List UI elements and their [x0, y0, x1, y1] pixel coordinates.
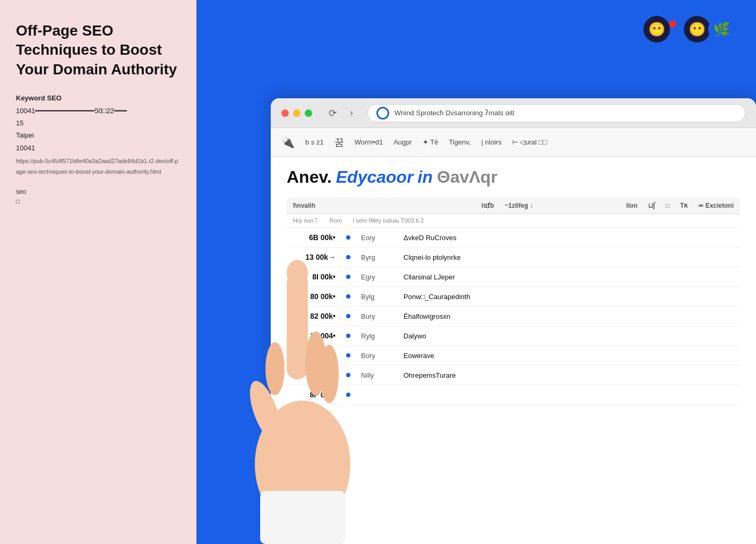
- row-num-3: 80 00k•: [293, 292, 336, 301]
- browser-window: ⟳ › Wnind Sprotecħ Ωvsarroning ʔmats αit…: [271, 98, 756, 544]
- row-value-7: OhrepemsTurare: [403, 371, 734, 379]
- maximize-button[interactable]: [305, 109, 312, 117]
- browser-nav: ⟳ ›: [325, 106, 359, 121]
- heading-part4: ΘavΛqr: [437, 167, 497, 187]
- col-header-7[interactable]: ≃ Excietoni: [698, 202, 734, 209]
- toolbar-item-2[interactable]: 꿈: [334, 136, 344, 149]
- sidebar: Off-Page SEO Techniques to Boost Your Do…: [0, 0, 196, 544]
- col-header-0[interactable]: ħnvalih: [293, 202, 441, 209]
- back-button[interactable]: ⟳: [325, 106, 340, 121]
- row-num-2: 8I 00k•: [293, 273, 336, 281]
- row-dot-6: [346, 353, 350, 358]
- col-header-6[interactable]: Tʀ: [680, 202, 688, 209]
- row-dot-7: [346, 373, 350, 377]
- table-row[interactable]: 17 004• Rylg Dalywo: [287, 326, 740, 346]
- row-value-1: Clqnei-lo ptolynrke: [403, 253, 734, 261]
- minimize-button[interactable]: [293, 109, 300, 117]
- col-header-4[interactable]: ⊔ʃ: [648, 202, 655, 209]
- row-num-1: 13 00k→: [293, 253, 336, 261]
- browser-titlebar: ⟳ › Wnind Sprotecħ Ωvsarroning ʔmats αit…: [271, 98, 756, 128]
- heading-part1: Anev.: [287, 167, 332, 187]
- toolbar-label-tigenv: Tigenv,: [449, 138, 470, 146]
- row-value-3: Ponw□_Caurapedinth: [403, 293, 734, 301]
- toolbar-te[interactable]: ✦ Tē: [423, 138, 439, 146]
- tag-icon: □: [16, 198, 181, 205]
- tag-seo: seo: [16, 188, 181, 196]
- meta-line-3: Taipei: [16, 129, 181, 141]
- table-row[interactable]: S0 00k• Nilly OhrepemsTurare: [287, 366, 740, 385]
- row-dot-4: [346, 314, 350, 318]
- toolbar-worm[interactable]: Worm•d1: [355, 138, 383, 146]
- subheader-2: I sem IMey iudua₁ T003 b 2: [353, 217, 424, 224]
- table-row[interactable]: 82 00k• Bury Ēhalfowigrosxn: [287, 307, 740, 326]
- table-row[interactable]: 6B 00k• Eory ΔvkeD RuCroves: [287, 228, 740, 248]
- forward-button[interactable]: ›: [344, 106, 359, 121]
- table-subheader: Hry oun⊤ Roro I sem IMey iudua₁ T003 b 2: [287, 214, 740, 228]
- row-name-3: Bylg: [361, 293, 393, 301]
- traffic-lights: [281, 109, 312, 117]
- sidebar-tags: seo □: [16, 188, 181, 205]
- table-row[interactable]: 13 00k→ Byrg Clqnei-lo ptolynrke: [287, 248, 740, 267]
- table-row[interactable]: 8F 00k•: [287, 385, 740, 405]
- col-header-5[interactable]: □: [666, 202, 669, 209]
- row-dot-2: [346, 275, 350, 279]
- toolbar-ural[interactable]: ⊢ ◁ural □□: [512, 138, 547, 146]
- row-dot-5: [346, 334, 350, 338]
- table-row[interactable]: 32 00k• Bory Eowerave: [287, 346, 740, 366]
- browser-icon-1: 😶: [643, 16, 670, 42]
- table-row[interactable]: 8I 00k• Egry Cllarsinal LJeper: [287, 267, 740, 287]
- row-name-5: Rylg: [361, 332, 393, 340]
- row-name-7: Nilly: [361, 371, 393, 379]
- row-value-2: Cllarsinal LJeper: [403, 273, 734, 281]
- content-heading: Anev. Edycaoor in ΘavΛqr: [287, 167, 740, 187]
- row-dot-1: [346, 255, 350, 259]
- row-name-6: Bory: [361, 352, 393, 360]
- icon2-symbol: 😶: [689, 21, 706, 38]
- address-bar[interactable]: Wnind Sprotecħ Ωvsarroning ʔmats αitl: [367, 104, 745, 122]
- col-header-2[interactable]: ~1zlifeg ↓: [505, 202, 616, 209]
- table-header: ħnvalih lɑⱦb ~1zlifeg ↓ lion ⊔ʃ □ Tʀ ≃ E…: [287, 198, 740, 214]
- meta-line-4: 10041: [16, 142, 181, 154]
- row-num-0: 6B 00k•: [293, 233, 336, 242]
- toolbar-icon-2: 꿈: [334, 136, 344, 149]
- toolbar-item-1[interactable]: b s z1: [305, 138, 324, 146]
- close-button[interactable]: [281, 109, 289, 117]
- top-icons: 😶 😶 🌿: [643, 16, 735, 42]
- row-dot-3: [346, 294, 350, 299]
- toolbar-augpr[interactable]: Augpr: [393, 138, 412, 146]
- keyword-label: Keyword SEO: [16, 92, 181, 104]
- row-num-7: S0 00k•: [293, 371, 336, 379]
- toolbar-label-ural: ⊢ ◁ural □□: [512, 138, 547, 146]
- row-num-6: 32 00k•: [293, 351, 336, 360]
- page-title: Off-Page SEO Techniques to Boost Your Do…: [16, 21, 181, 79]
- table-row[interactable]: 80 00k• Bylg Ponw□_Caurapedinth: [287, 287, 740, 307]
- row-name-2: Egry: [361, 273, 393, 281]
- toolbar-item-0[interactable]: 🔌: [281, 136, 295, 149]
- red-dot: [669, 20, 676, 28]
- toolbar-nloirs[interactable]: | nloirs: [482, 138, 502, 146]
- row-num-4: 82 00k•: [293, 312, 336, 320]
- address-text: Wnind Sprotecħ Ωvsarroning ʔmats αitl: [394, 109, 736, 117]
- sidebar-meta: Keyword SEO 10041━━━━━━━━━━━━━━50□22━━━ …: [16, 88, 181, 177]
- main-area: 😶 😶 🌿 ⟳ › Wnind Sprotec: [196, 0, 756, 544]
- toolbar-label-te: ✦ Tē: [423, 138, 439, 146]
- table-body: 6B 00k• Eory ΔvkeD RuCroves 13 00k→ Byrg…: [287, 228, 740, 405]
- row-name-1: Byrg: [361, 253, 393, 261]
- toolbar-label-nloirs: | nloirs: [482, 138, 502, 146]
- row-num-5: 17 004•: [293, 332, 336, 340]
- heading-part3: in: [418, 167, 433, 187]
- meta-line-1: 10041━━━━━━━━━━━━━━50□22━━━: [16, 105, 181, 117]
- browser-content: Anev. Edycaoor in ΘavΛqr ħnvalih lɑⱦb ~1…: [271, 157, 756, 544]
- row-dot-8: [346, 393, 350, 397]
- row-name-4: Bury: [361, 312, 393, 320]
- row-value-0: ΔvkeD RuCroves: [403, 234, 734, 242]
- row-value-5: Dalywo: [403, 332, 734, 340]
- toolbar-icon-0: 🔌: [281, 136, 295, 149]
- toolbar-tigenv[interactable]: Tigenv,: [449, 138, 470, 146]
- col-header-3[interactable]: lion: [626, 202, 637, 209]
- col-header-1[interactable]: lɑⱦb: [452, 202, 494, 209]
- heading-part2: Edycaoor: [336, 167, 414, 187]
- row-name-0: Eory: [361, 234, 393, 242]
- row-value-6: Eowerave: [403, 352, 734, 360]
- meta-line-2: 15: [16, 117, 181, 129]
